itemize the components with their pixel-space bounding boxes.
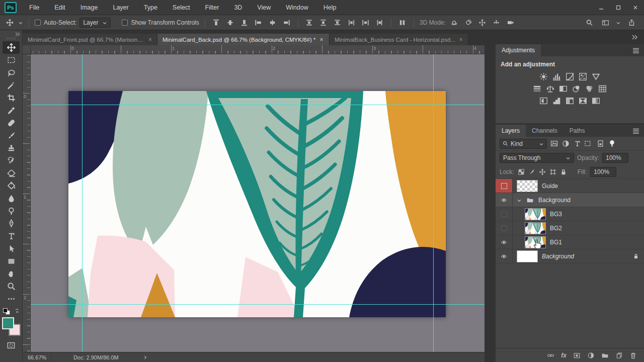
- filter-toggle-icon[interactable]: [608, 140, 616, 147]
- photo-filter-icon[interactable]: [572, 84, 581, 93]
- levels-icon[interactable]: [552, 72, 561, 81]
- color-lookup-icon[interactable]: [598, 84, 607, 93]
- menu-image[interactable]: Image: [73, 0, 106, 15]
- distribute-top-button[interactable]: [304, 18, 315, 28]
- swap-swatches-icon[interactable]: [14, 308, 20, 314]
- layer-thumbnail-transparent[interactable]: [517, 180, 538, 192]
- layer-name[interactable]: Background: [538, 197, 571, 204]
- distribute-spacing-button[interactable]: [397, 18, 408, 28]
- zoom-level[interactable]: 66.67%: [23, 354, 51, 360]
- tool-eyedropper[interactable]: [3, 104, 20, 117]
- vertical-ruler[interactable]: 0 1 2: [23, 54, 31, 352]
- tool-blur[interactable]: [3, 192, 20, 205]
- slide-3d-button[interactable]: [491, 18, 502, 28]
- menu-edit[interactable]: Edit: [47, 0, 73, 15]
- lock-position-icon[interactable]: [539, 168, 546, 175]
- adjustment-layer-filter-icon[interactable]: [561, 140, 570, 147]
- tool-type[interactable]: [3, 230, 20, 242]
- channel-mixer-icon[interactable]: [585, 84, 594, 93]
- menu-view[interactable]: View: [250, 0, 278, 15]
- menu-filter[interactable]: Filter: [198, 0, 227, 15]
- fill-field[interactable]: 100%: [590, 167, 616, 177]
- layer-row-background-group[interactable]: Background: [496, 193, 644, 207]
- workspace-button[interactable]: [600, 18, 611, 28]
- brightness-contrast-icon[interactable]: [539, 72, 548, 81]
- foreground-color-swatch[interactable]: [2, 317, 14, 329]
- new-adjustment-icon[interactable]: [587, 352, 595, 359]
- tool-ellipsis[interactable]: [3, 293, 20, 305]
- shape-layer-filter-icon[interactable]: [585, 140, 593, 147]
- layer-name[interactable]: BG1: [550, 239, 562, 246]
- visibility-cell[interactable]: [496, 193, 513, 207]
- layer-row-bg2[interactable]: BG2: [496, 221, 644, 235]
- tool-move[interactable]: [3, 41, 20, 54]
- tab-minimalback-business-card[interactable]: MinimalBack_Business Card - Horizontal.p…: [330, 34, 468, 45]
- lock-pixels-icon[interactable]: [528, 168, 535, 175]
- canvas-viewport[interactable]: [31, 54, 485, 352]
- tool-lasso[interactable]: [3, 66, 20, 79]
- menu-layer[interactable]: Layer: [105, 0, 136, 15]
- tool-brush[interactable]: [3, 129, 20, 142]
- tool-path-select[interactable]: [3, 242, 20, 255]
- align-top-button[interactable]: [211, 18, 222, 28]
- tool-zoom[interactable]: [3, 280, 20, 293]
- visibility-cell[interactable]: [496, 249, 513, 263]
- type-layer-filter-icon[interactable]: [573, 140, 582, 147]
- layer-row-bg1[interactable]: BG1: [496, 235, 644, 249]
- menu-select[interactable]: Select: [165, 0, 198, 15]
- layer-name[interactable]: Background: [542, 253, 574, 260]
- curves-icon[interactable]: [565, 72, 575, 81]
- menu-window[interactable]: Window: [278, 0, 315, 15]
- layer-row-guide[interactable]: Guide: [496, 179, 644, 193]
- tool-pen[interactable]: [3, 217, 20, 230]
- distribute-right-button[interactable]: [374, 18, 385, 28]
- menu-type[interactable]: Type: [136, 0, 165, 15]
- horizontal-ruler[interactable]: 0 1 2 3 4: [31, 45, 485, 54]
- camera-3d-button[interactable]: [505, 18, 516, 28]
- tool-spot-heal[interactable]: [3, 117, 20, 129]
- distribute-bottom-button[interactable]: [332, 18, 343, 28]
- search-button[interactable]: [584, 18, 595, 28]
- distribute-middle-button[interactable]: [318, 18, 329, 28]
- default-swatches-button[interactable]: [3, 308, 12, 315]
- layer-effects-icon[interactable]: fx: [561, 352, 567, 359]
- layer-name[interactable]: BG3: [550, 211, 562, 218]
- show-transform-checkbox[interactable]: [122, 20, 128, 26]
- pan-3d-button[interactable]: [477, 18, 488, 28]
- roll-3d-button[interactable]: [463, 18, 474, 28]
- workspace-chevron-icon[interactable]: [616, 20, 621, 25]
- tool-paint-bucket[interactable]: [3, 179, 20, 192]
- lock-transparency-icon[interactable]: [518, 168, 525, 175]
- menu-3d[interactable]: 3D: [226, 0, 250, 15]
- layer-row-bg3[interactable]: BG3: [496, 207, 644, 221]
- align-right-button[interactable]: [281, 18, 292, 28]
- tab-layers[interactable]: Layers: [496, 125, 526, 137]
- vertical-guide[interactable]: [433, 54, 434, 352]
- visibility-cell[interactable]: [496, 221, 513, 235]
- tab-close-icon[interactable]: ×: [148, 36, 152, 43]
- hue-saturation-icon[interactable]: [532, 84, 542, 93]
- black-white-icon[interactable]: [558, 84, 568, 93]
- tool-crop[interactable]: [3, 92, 20, 104]
- align-bottom-button[interactable]: [239, 18, 250, 28]
- panel-menu-icon[interactable]: [632, 47, 640, 54]
- add-mask-icon[interactable]: [573, 352, 581, 359]
- tab-close-icon[interactable]: ×: [319, 36, 323, 43]
- tool-hand[interactable]: [3, 267, 20, 280]
- color-balance-icon[interactable]: [545, 84, 555, 93]
- tab-minimalcard-back[interactable]: MinimalCard_Back.psd @ 66.7% (Background…: [157, 34, 330, 45]
- tab-close-icon[interactable]: ×: [459, 36, 463, 43]
- blend-mode-dropdown[interactable]: Pass Through: [500, 153, 574, 163]
- minimize-button[interactable]: [593, 0, 610, 15]
- layer-thumbnail-white[interactable]: [517, 250, 538, 262]
- orbit-3d-button[interactable]: [449, 18, 460, 28]
- align-middle-button[interactable]: [225, 18, 236, 28]
- distribute-center-button[interactable]: [360, 18, 371, 28]
- smart-object-filter-icon[interactable]: [596, 140, 605, 147]
- invert-icon[interactable]: [539, 97, 548, 105]
- lock-artboard-icon[interactable]: [549, 168, 556, 175]
- layer-thumbnail[interactable]: [525, 208, 546, 220]
- new-layer-icon[interactable]: [615, 352, 623, 359]
- menu-file[interactable]: File: [22, 0, 47, 15]
- tool-shape[interactable]: [3, 255, 20, 267]
